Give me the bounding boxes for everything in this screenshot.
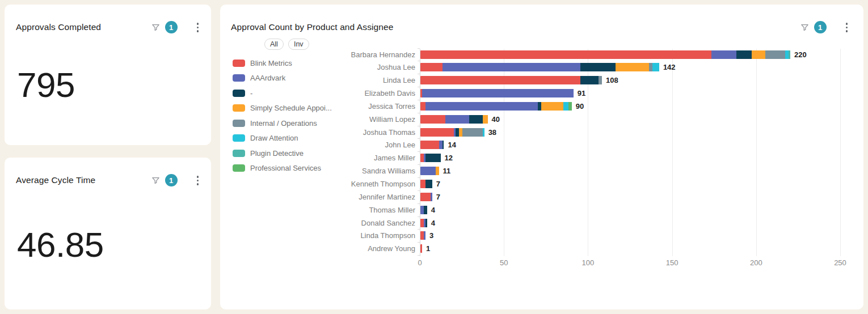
- filter-button[interactable]: 1: [151, 174, 178, 186]
- bar-row[interactable]: [420, 244, 422, 253]
- bar-segment[interactable]: [462, 128, 483, 137]
- y-axis-tick-mark: [418, 229, 420, 230]
- bar-segment[interactable]: [420, 244, 422, 253]
- bar-total-label: 4: [431, 206, 435, 214]
- filter-icon: [151, 176, 161, 185]
- bar-total-label: 91: [578, 89, 585, 97]
- bar-segment[interactable]: [420, 102, 425, 111]
- category-label: James Miller: [296, 154, 415, 162]
- x-axis-tick-label: 200: [745, 258, 768, 267]
- bar-row[interactable]: [420, 76, 602, 84]
- bar-total-label: 90: [576, 102, 584, 111]
- category-label: Joshua Thomas: [296, 128, 415, 137]
- bar-segment[interactable]: [469, 115, 483, 124]
- bar-total-label: 11: [443, 167, 451, 175]
- bar-row[interactable]: [420, 141, 444, 149]
- category-label: Donald Sanchez: [296, 219, 415, 227]
- bar-segment[interactable]: [420, 115, 445, 124]
- bar-segment[interactable]: [425, 102, 538, 111]
- bar-segment[interactable]: [420, 167, 436, 175]
- kebab-menu-icon[interactable]: [193, 20, 203, 35]
- bar-row[interactable]: [420, 167, 439, 175]
- bar-segment[interactable]: [420, 63, 443, 71]
- bar-total-label: 142: [663, 63, 676, 71]
- kpi-value: 46.85: [17, 224, 104, 265]
- bar-segment[interactable]: [711, 50, 736, 59]
- bar-segment[interactable]: [652, 63, 659, 71]
- category-label: Jennifer Martinez: [296, 193, 415, 201]
- bar-segment[interactable]: [420, 141, 439, 149]
- bar-segment[interactable]: [580, 76, 599, 84]
- kpi-card-title: Approvals Completed: [16, 22, 101, 32]
- bar-segment[interactable]: [425, 219, 427, 227]
- bar-segment[interactable]: [443, 141, 444, 149]
- kebab-menu-icon[interactable]: [193, 173, 203, 188]
- bar-segment[interactable]: [425, 154, 441, 162]
- bar-row[interactable]: [420, 102, 572, 111]
- gridline: [672, 49, 673, 256]
- y-axis-tick-mark: [418, 113, 420, 113]
- bar-segment[interactable]: [483, 128, 484, 137]
- bar-segment[interactable]: [422, 89, 574, 97]
- bar-segment[interactable]: [420, 76, 580, 84]
- bar-segment[interactable]: [424, 206, 427, 214]
- bar-segment[interactable]: [752, 50, 765, 59]
- bar-segment[interactable]: [568, 102, 572, 111]
- y-axis-tick-mark: [418, 203, 420, 204]
- bar-segment[interactable]: [789, 50, 790, 59]
- y-axis-tick-mark: [418, 48, 420, 49]
- bar-segment[interactable]: [483, 115, 488, 124]
- bar-segment[interactable]: [443, 63, 580, 71]
- y-axis-tick-mark: [418, 151, 420, 152]
- bar-segment[interactable]: [541, 102, 563, 111]
- category-label: Sandra Williams: [296, 167, 415, 175]
- bar-segment[interactable]: [431, 193, 432, 201]
- bar-row[interactable]: [420, 193, 432, 201]
- y-axis-tick-mark: [418, 100, 420, 100]
- filter-count-badge[interactable]: 1: [165, 174, 178, 186]
- gridline: [756, 49, 757, 256]
- kpi-card-header: Approvals Completed 1: [16, 20, 202, 35]
- x-axis-tick-label: 250: [829, 258, 852, 267]
- bar-row[interactable]: [420, 231, 425, 240]
- kpi-value: 795: [17, 65, 75, 105]
- bar-segment[interactable]: [736, 50, 752, 59]
- filter-count-badge[interactable]: 1: [165, 21, 178, 33]
- bar-row[interactable]: [420, 154, 441, 162]
- bar-segment[interactable]: [436, 167, 439, 175]
- category-label: Kenneth Thompson: [296, 180, 415, 188]
- bar-segment[interactable]: [420, 128, 454, 137]
- y-axis-tick-mark: [418, 242, 420, 243]
- bar-segment[interactable]: [424, 231, 425, 240]
- bar-row[interactable]: [420, 128, 484, 137]
- kpi-card-average-cycle-time: Average Cycle Time 1 46.85: [5, 158, 211, 309]
- category-label: Elizabeth Davis: [296, 89, 415, 97]
- bar-row[interactable]: [420, 206, 427, 214]
- filter-button[interactable]: 1: [151, 21, 178, 33]
- bar-segment[interactable]: [425, 180, 432, 188]
- chart-card-approval-count: Approval Count by Product and Assignee 1…: [220, 5, 863, 309]
- y-axis-tick-mark: [418, 190, 420, 191]
- bar-row[interactable]: [420, 180, 432, 188]
- bar-row[interactable]: [420, 63, 659, 71]
- y-axis-tick-mark: [418, 255, 420, 256]
- bar-total-label: 3: [429, 231, 433, 240]
- bar-row[interactable]: [420, 89, 574, 97]
- x-axis-tick-label: 150: [661, 258, 684, 267]
- bar-segment[interactable]: [420, 193, 431, 201]
- bar-segment[interactable]: [420, 50, 711, 59]
- category-label: Andrew Young: [296, 244, 415, 253]
- bar-segment[interactable]: [599, 76, 602, 84]
- y-axis-tick-mark: [418, 74, 420, 74]
- bar-segment[interactable]: [420, 180, 425, 188]
- bar-row[interactable]: [420, 219, 427, 227]
- bar-segment[interactable]: [616, 63, 649, 71]
- bar-segment[interactable]: [563, 102, 568, 111]
- bar-row[interactable]: [420, 50, 790, 59]
- bar-row[interactable]: [420, 115, 488, 124]
- category-label: Jessica Torres: [296, 102, 415, 111]
- bar-segment[interactable]: [580, 63, 616, 71]
- bar-segment[interactable]: [445, 115, 469, 124]
- bar-segment[interactable]: [765, 50, 786, 59]
- category-label: John Lee: [296, 141, 415, 149]
